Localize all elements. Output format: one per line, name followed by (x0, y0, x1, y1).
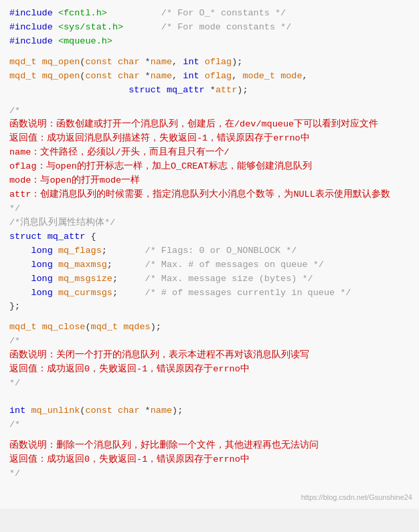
code-line: attr：创建消息队列的时候需要，指定消息队列大小消息个数等，为NULL表示使用… (9, 188, 410, 202)
code-line: 返回值：成功返回0，失败返回-1，错误原因存于errno中 (9, 363, 410, 377)
code-line: 函数说明：函数创建或打开一个消息队列，创建后，在/dev/mqueue下可以看到… (9, 118, 410, 132)
code-line: 函数说明：关闭一个打开的消息队列，表示本进程不再对该消息队列读写 (9, 349, 410, 363)
code-line: struct mq_attr { (9, 230, 410, 244)
code-line: 返回值：成功返回消息队列描述符，失败返回-1，错误原因存于errno中 (9, 132, 410, 146)
code-line: 函数说明：删除一个消息队列，好比删除一个文件，其他进程再也无法访问 (9, 439, 410, 453)
code-line: 返回值：成功返回0，失败返回-1，错误原因存于errno中 (9, 453, 410, 467)
code-line: long mq_flags; /* Flags: 0 or O_NONBLOCK… (9, 244, 410, 258)
code-line: #include <fcntl.h> /* For O_* constants … (9, 7, 410, 21)
code-line: mqd_t mq_open(const char *name, int ofla… (9, 70, 410, 84)
code-line: #include <mqueue.h> (9, 35, 410, 49)
code-line: int mq_unlink(const char *name); (9, 404, 410, 418)
code-line: */ (9, 467, 410, 481)
code-line: long mq_maxmsg; /* Max. # of messages on… (9, 258, 410, 272)
code-line: }; (9, 300, 410, 314)
code-line: /*消息队列属性结构体*/ (9, 216, 410, 230)
code-line: */ (9, 202, 410, 216)
code-line: oflag：与open的打开标志一样，加上O_CREAT标志，能够创建消息队列 (9, 160, 410, 174)
code-line: /* (9, 418, 410, 432)
code-line: /* (9, 104, 410, 118)
code-line: mqd_t mq_close(mqd_t mqdes); (9, 321, 410, 335)
code-line: /* (9, 335, 410, 349)
code-line: name：文件路径，必须以/开头，而且有且只有一个/ (9, 146, 410, 160)
code-line: long mq_msgsize; /* Max. message size (b… (9, 272, 410, 286)
code-line: long mq_curmsgs; /* # of messages curren… (9, 286, 410, 300)
code-block: #include <fcntl.h> /* For O_* constants … (0, 0, 419, 509)
code-line: mqd_t mq_open(const char *name, int ofla… (9, 56, 410, 70)
watermark: https://blog.csdn.net/Gsunshine24 (301, 492, 412, 503)
code-line: */ (9, 377, 410, 391)
code-line: #include <sys/stat.h> /* For mode consta… (9, 21, 410, 35)
code-line: mode：与open的打开mode一样 (9, 174, 410, 188)
code-line: struct mq_attr *attr); (9, 84, 410, 98)
